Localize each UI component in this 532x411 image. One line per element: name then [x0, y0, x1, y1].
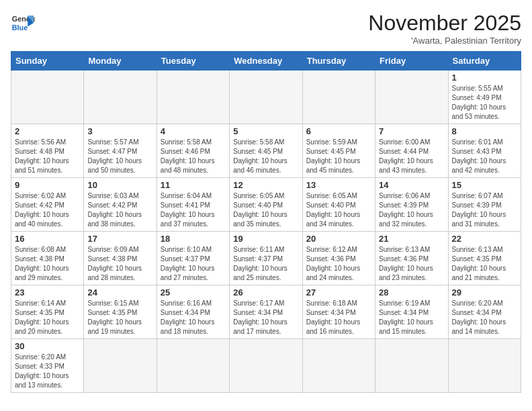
day-info: Sunrise: 6:09 AM Sunset: 4:38 PM Dayligh…: [87, 245, 152, 283]
calendar-day-cell: 23Sunrise: 6:14 AM Sunset: 4:35 PM Dayli…: [11, 285, 84, 339]
calendar-day-cell: 10Sunrise: 6:03 AM Sunset: 4:42 PM Dayli…: [84, 178, 157, 232]
calendar-day-cell: 21Sunrise: 6:13 AM Sunset: 4:36 PM Dayli…: [375, 232, 448, 285]
day-number: 15: [452, 180, 517, 190]
day-number: 24: [87, 287, 152, 298]
month-title: November 2025: [368, 11, 521, 36]
calendar-day-cell: 6Sunrise: 5:59 AM Sunset: 4:45 PM Daylig…: [302, 124, 375, 178]
day-info: Sunrise: 6:03 AM Sunset: 4:42 PM Dayligh…: [87, 191, 152, 229]
day-info: Sunrise: 6:05 AM Sunset: 4:40 PM Dayligh…: [306, 191, 371, 229]
calendar-day-cell: 29Sunrise: 6:20 AM Sunset: 4:34 PM Dayli…: [448, 285, 521, 339]
calendar-day-cell: 4Sunrise: 5:58 AM Sunset: 4:46 PM Daylig…: [157, 124, 229, 178]
day-info: Sunrise: 6:02 AM Sunset: 4:42 PM Dayligh…: [15, 191, 80, 229]
day-info: Sunrise: 6:18 AM Sunset: 4:34 PM Dayligh…: [306, 299, 371, 336]
calendar-day-cell: 19Sunrise: 6:11 AM Sunset: 4:37 PM Dayli…: [230, 232, 302, 285]
day-number: 21: [379, 234, 444, 244]
day-number: 27: [306, 287, 371, 298]
calendar-day-cell: 2Sunrise: 5:56 AM Sunset: 4:48 PM Daylig…: [11, 124, 84, 178]
calendar-day-cell: 27Sunrise: 6:18 AM Sunset: 4:34 PM Dayli…: [302, 285, 375, 339]
day-number: 5: [233, 126, 298, 136]
calendar-day-cell: 8Sunrise: 6:01 AM Sunset: 4:43 PM Daylig…: [448, 124, 521, 178]
day-number: 17: [87, 234, 152, 244]
calendar-day-cell: [157, 71, 229, 124]
calendar-day-cell: 30Sunrise: 6:20 AM Sunset: 4:33 PM Dayli…: [11, 339, 84, 393]
calendar-day-cell: 24Sunrise: 6:15 AM Sunset: 4:35 PM Dayli…: [84, 285, 157, 339]
day-info: Sunrise: 6:20 AM Sunset: 4:34 PM Dayligh…: [452, 299, 517, 336]
day-number: 28: [379, 287, 444, 298]
day-info: Sunrise: 6:10 AM Sunset: 4:37 PM Dayligh…: [161, 245, 226, 283]
day-number: 18: [161, 234, 226, 244]
location-subtitle: 'Awarta, Palestinian Territory: [368, 36, 521, 46]
day-info: Sunrise: 5:58 AM Sunset: 4:45 PM Dayligh…: [233, 138, 298, 175]
calendar-day-cell: 3Sunrise: 5:57 AM Sunset: 4:47 PM Daylig…: [84, 124, 157, 178]
weekday-header-row: SundayMondayTuesdayWednesdayThursdayFrid…: [11, 52, 521, 71]
day-info: Sunrise: 6:15 AM Sunset: 4:35 PM Dayligh…: [87, 299, 152, 336]
day-info: Sunrise: 6:04 AM Sunset: 4:41 PM Dayligh…: [161, 191, 226, 229]
day-info: Sunrise: 6:14 AM Sunset: 4:35 PM Dayligh…: [15, 299, 80, 336]
day-number: 20: [306, 234, 371, 244]
day-number: 14: [379, 180, 444, 190]
calendar-day-cell: [84, 339, 157, 393]
day-info: Sunrise: 5:55 AM Sunset: 4:49 PM Dayligh…: [452, 84, 517, 122]
calendar-day-cell: [375, 71, 448, 124]
title-block: November 2025 'Awarta, Palestinian Terri…: [368, 11, 521, 46]
day-number: 30: [15, 341, 80, 351]
day-info: Sunrise: 6:06 AM Sunset: 4:39 PM Dayligh…: [379, 191, 444, 229]
calendar-day-cell: 28Sunrise: 6:19 AM Sunset: 4:34 PM Dayli…: [375, 285, 448, 339]
calendar-day-cell: [302, 339, 375, 393]
day-number: 4: [161, 126, 226, 136]
day-info: Sunrise: 6:16 AM Sunset: 4:34 PM Dayligh…: [161, 299, 226, 336]
page-header: General Blue November 2025 'Awarta, Pale…: [11, 11, 521, 46]
day-info: Sunrise: 6:07 AM Sunset: 4:39 PM Dayligh…: [452, 191, 517, 229]
day-info: Sunrise: 6:08 AM Sunset: 4:38 PM Dayligh…: [15, 245, 80, 283]
weekday-header-tuesday: Tuesday: [157, 52, 229, 71]
day-info: Sunrise: 5:59 AM Sunset: 4:45 PM Dayligh…: [306, 138, 371, 175]
weekday-header-thursday: Thursday: [302, 52, 375, 71]
calendar-day-cell: [448, 339, 521, 393]
calendar-day-cell: 9Sunrise: 6:02 AM Sunset: 4:42 PM Daylig…: [11, 178, 84, 232]
day-info: Sunrise: 6:20 AM Sunset: 4:33 PM Dayligh…: [15, 353, 80, 390]
day-info: Sunrise: 6:12 AM Sunset: 4:36 PM Dayligh…: [306, 245, 371, 283]
day-info: Sunrise: 6:05 AM Sunset: 4:40 PM Dayligh…: [233, 191, 298, 229]
day-info: Sunrise: 6:13 AM Sunset: 4:35 PM Dayligh…: [452, 245, 517, 283]
calendar-day-cell: 17Sunrise: 6:09 AM Sunset: 4:38 PM Dayli…: [84, 232, 157, 285]
calendar-day-cell: 26Sunrise: 6:17 AM Sunset: 4:34 PM Dayli…: [230, 285, 302, 339]
day-number: 6: [306, 126, 371, 136]
day-number: 11: [161, 180, 226, 190]
day-number: 23: [15, 287, 80, 298]
calendar-day-cell: [375, 339, 448, 393]
day-number: 3: [87, 126, 152, 136]
day-number: 12: [233, 180, 298, 190]
day-number: 13: [306, 180, 371, 190]
calendar-day-cell: [230, 339, 302, 393]
calendar-day-cell: 5Sunrise: 5:58 AM Sunset: 4:45 PM Daylig…: [230, 124, 302, 178]
day-info: Sunrise: 5:56 AM Sunset: 4:48 PM Dayligh…: [15, 138, 80, 175]
weekday-header-friday: Friday: [375, 52, 448, 71]
calendar-day-cell: 1Sunrise: 5:55 AM Sunset: 4:49 PM Daylig…: [448, 71, 521, 124]
day-info: Sunrise: 6:17 AM Sunset: 4:34 PM Dayligh…: [233, 299, 298, 336]
day-number: 19: [233, 234, 298, 244]
calendar-day-cell: 15Sunrise: 6:07 AM Sunset: 4:39 PM Dayli…: [448, 178, 521, 232]
weekday-header-wednesday: Wednesday: [230, 52, 302, 71]
day-info: Sunrise: 6:00 AM Sunset: 4:44 PM Dayligh…: [379, 138, 444, 175]
calendar-day-cell: [11, 71, 84, 124]
day-number: 22: [452, 234, 517, 244]
calendar-week-row: 2Sunrise: 5:56 AM Sunset: 4:48 PM Daylig…: [11, 124, 521, 178]
calendar-week-row: 1Sunrise: 5:55 AM Sunset: 4:49 PM Daylig…: [11, 71, 521, 124]
logo: General Blue: [11, 11, 35, 35]
day-number: 16: [15, 234, 80, 244]
day-number: 7: [379, 126, 444, 136]
day-number: 2: [15, 126, 80, 136]
day-number: 29: [452, 287, 517, 298]
day-info: Sunrise: 6:11 AM Sunset: 4:37 PM Dayligh…: [233, 245, 298, 283]
weekday-header-saturday: Saturday: [448, 52, 521, 71]
calendar-day-cell: 13Sunrise: 6:05 AM Sunset: 4:40 PM Dayli…: [302, 178, 375, 232]
calendar-week-row: 23Sunrise: 6:14 AM Sunset: 4:35 PM Dayli…: [11, 285, 521, 339]
svg-text:Blue: Blue: [12, 24, 28, 32]
weekday-header-monday: Monday: [84, 52, 157, 71]
calendar-day-cell: 14Sunrise: 6:06 AM Sunset: 4:39 PM Dayli…: [375, 178, 448, 232]
calendar-day-cell: 18Sunrise: 6:10 AM Sunset: 4:37 PM Dayli…: [157, 232, 229, 285]
calendar-day-cell: [230, 71, 302, 124]
calendar-day-cell: 25Sunrise: 6:16 AM Sunset: 4:34 PM Dayli…: [157, 285, 229, 339]
logo-icon: General Blue: [11, 11, 35, 35]
day-info: Sunrise: 6:19 AM Sunset: 4:34 PM Dayligh…: [379, 299, 444, 336]
